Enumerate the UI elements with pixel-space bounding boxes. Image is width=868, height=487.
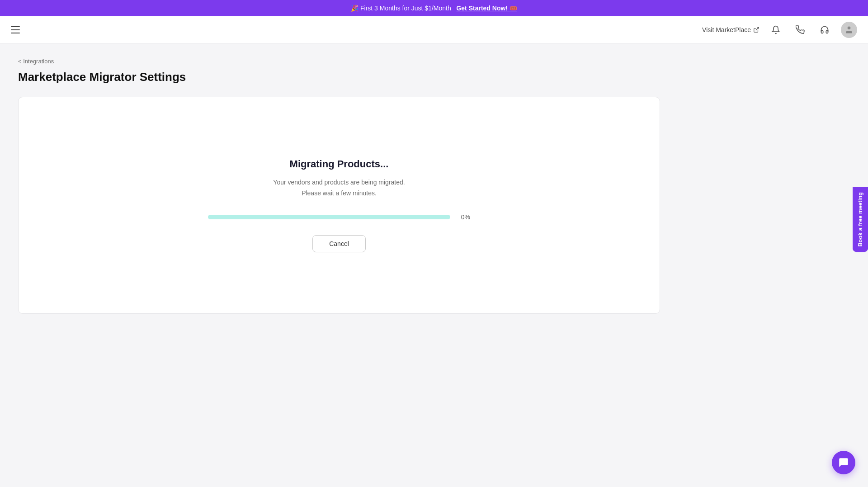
get-started-link[interactable]: Get Started Now! 🎟️	[456, 5, 517, 12]
phone-button[interactable]	[792, 22, 808, 38]
cancel-button[interactable]: Cancel	[312, 235, 366, 252]
headset-button[interactable]	[816, 22, 833, 38]
navbar-left	[11, 26, 20, 33]
notifications-button[interactable]	[768, 22, 784, 38]
page-title: Marketplace Migrator Settings	[18, 70, 660, 84]
svg-line-0	[756, 27, 759, 30]
hamburger-menu-button[interactable]	[11, 26, 20, 33]
migration-card: Migrating Products... Your vendors and p…	[18, 97, 660, 314]
migrating-desc-line1: Your vendors and products are being migr…	[273, 179, 405, 186]
breadcrumb[interactable]: < Integrations	[18, 58, 660, 65]
migrating-description: Your vendors and products are being migr…	[273, 177, 405, 199]
bell-icon	[771, 25, 780, 34]
svg-point-1	[848, 26, 851, 29]
user-icon	[844, 25, 854, 34]
navbar-right: Visit MarketPlace	[702, 22, 857, 38]
progress-row: 0%	[208, 213, 470, 221]
external-link-icon	[753, 27, 760, 33]
promo-text: 🎉 First 3 Months for Just $1/Month	[351, 5, 451, 12]
progress-bar-background	[208, 215, 450, 219]
migrating-heading: Migrating Products...	[290, 158, 389, 170]
book-meeting-tab[interactable]: Book a free meeting	[853, 186, 868, 251]
user-avatar[interactable]	[841, 22, 857, 38]
migrating-desc-line2: Please wait a few minutes.	[302, 189, 377, 197]
visit-marketplace-link[interactable]: Visit MarketPlace	[702, 26, 760, 33]
progress-percentage: 0%	[457, 213, 470, 221]
headset-icon	[820, 25, 829, 34]
visit-marketplace-label: Visit MarketPlace	[702, 26, 751, 33]
promo-banner: 🎉 First 3 Months for Just $1/Month Get S…	[0, 0, 868, 16]
navbar: Visit MarketPlace	[0, 16, 868, 43]
book-meeting-label[interactable]: Book a free meeting	[853, 186, 868, 251]
phone-icon	[796, 25, 805, 34]
main-content: < Integrations Marketplace Migrator Sett…	[0, 43, 678, 328]
